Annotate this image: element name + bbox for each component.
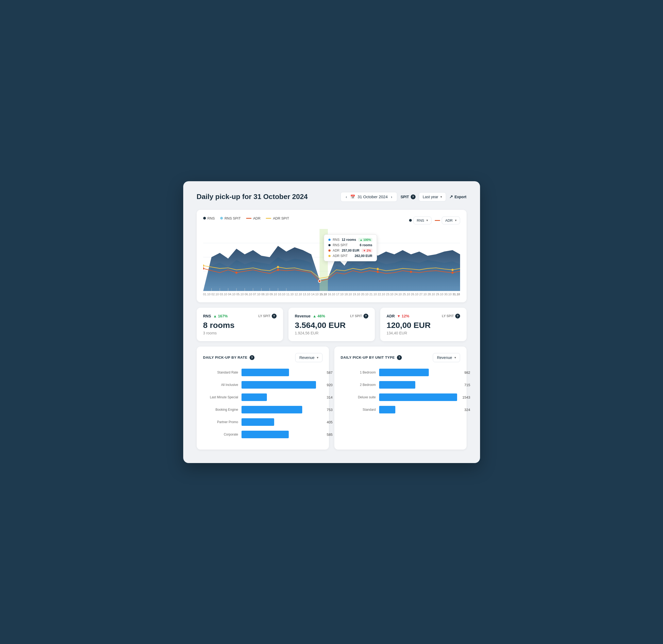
x-label: 31.10 [452, 293, 460, 296]
kpi-spit-0: LY SPIT ? [258, 314, 276, 319]
x-label: 10.10 [278, 293, 286, 296]
adr-active-dot [318, 280, 321, 282]
x-label: 22.10 [378, 293, 385, 296]
bar-value: 982 [464, 370, 470, 374]
x-label: 18.10 [344, 293, 352, 296]
kpi-help-icon-2[interactable]: ? [455, 314, 460, 319]
x-label: 11.10 [286, 293, 294, 296]
legend-adr-line [246, 218, 251, 219]
app-container: Daily pick-up for 31 October 2024 ‹ 📅 31… [183, 181, 480, 463]
bar-row: Deluxe suite 1543 [341, 393, 460, 401]
legend-rns-spit: RNS SPIT [220, 216, 241, 220]
bar-track: 405 [242, 418, 323, 426]
chart-controls: RNS ▾ ADR ▾ [409, 216, 460, 224]
kpi-main-value-1: 3.564,00 EUR [295, 321, 368, 330]
x-label: 26.10 [411, 293, 419, 296]
bar-row: All Inclusive 920 [203, 381, 323, 389]
bar-label: Deluxe suite [341, 395, 376, 399]
bar-row: 1 Bedroom 982 [341, 369, 460, 376]
bar-fill [242, 418, 274, 426]
x-label: 28.10 [427, 293, 435, 296]
rns-ctrl-dot [409, 219, 412, 222]
adr-dot [277, 269, 279, 271]
bar-track: 324 [379, 406, 460, 413]
prev-date-button[interactable]: ‹ [345, 195, 348, 199]
rns-chart-dropdown[interactable]: RNS ▾ [413, 216, 432, 224]
bar-fill [379, 393, 457, 401]
x-label: 30.10 [444, 293, 452, 296]
bar-track: 753 [242, 406, 323, 413]
bar-label: Booking Engine [203, 408, 238, 412]
by-rate-bars: Standard Rate 587 All Inclusive 920 Last… [203, 369, 323, 438]
calendar-icon: 📅 [350, 194, 355, 199]
bar-value: 920 [327, 383, 333, 387]
spit-label: SPIT [400, 195, 409, 199]
kpi-help-icon-1[interactable]: ? [363, 314, 368, 319]
next-date-button[interactable]: › [390, 195, 393, 199]
kpi-spit-1: LY SPIT ? [350, 314, 368, 319]
kpi-spit-label-2: LY SPIT [442, 314, 454, 318]
kpi-help-icon-0[interactable]: ? [272, 314, 277, 319]
date-nav[interactable]: ‹ 📅 31 October 2024 › [340, 192, 397, 202]
x-label: 02.10 [211, 293, 219, 296]
kpi-spit-2: LY SPIT ? [442, 314, 460, 319]
x-label: 05.10 [236, 293, 244, 296]
bar-chart-by-rate-title: DAILY PICK-UP BY RATE ? [203, 355, 255, 360]
kpi-label-row-2: ADR ▼ 12% [387, 314, 410, 318]
x-label: 14.10 [311, 293, 319, 296]
by-unit-help-icon[interactable]: ? [397, 355, 402, 360]
x-label: 25.10 [403, 293, 410, 296]
chart-wrapper: RNS 12 rooms ▲ 100% RNS SPIT 6 rooms ADR… [203, 229, 460, 291]
adr-dot [235, 271, 237, 273]
by-unit-dropdown-arrow-icon: ▾ [455, 356, 456, 360]
bar-row: Booking Engine 753 [203, 406, 323, 413]
spit-help-icon[interactable]: ? [411, 194, 416, 199]
kpi-header-2: ADR ▼ 12% LY SPIT ? [387, 314, 460, 319]
chart-card: RNS RNS SPIT ADR ADR SPIT [197, 210, 467, 302]
kpi-label-2: ADR [387, 314, 395, 318]
adr-dot [410, 271, 412, 273]
x-label: 20.10 [361, 293, 369, 296]
adr-chart-dropdown[interactable]: ADR ▾ [442, 216, 460, 224]
export-button[interactable]: ↗ Export [449, 194, 466, 199]
kpi-card-2: ADR ▼ 12% LY SPIT ? 120,00 EUR 134,40 EU… [380, 308, 467, 341]
adr-ctrl-line [435, 220, 440, 221]
legend-adr-spit-label: ADR SPIT [273, 216, 289, 220]
rns-dropdown-label: RNS [417, 218, 424, 223]
x-label: 16.10 [328, 293, 335, 296]
last-year-dropdown[interactable]: Last year ▾ [419, 192, 446, 202]
adr-spit-dot [277, 266, 279, 268]
chart-svg [203, 229, 460, 291]
bar-track: 1543 [379, 393, 460, 401]
x-label: 15.10 [319, 293, 327, 296]
kpi-card-1: Revenue ▲ 46% LY SPIT ? 3.564,00 EUR 1.9… [288, 308, 375, 341]
bar-row: Last Minute Special 314 [203, 393, 323, 401]
kpi-spit-label-1: LY SPIT [350, 314, 362, 318]
by-rate-dropdown-arrow-icon: ▾ [317, 356, 318, 360]
x-label: 08.10 [261, 293, 269, 296]
bar-value: 1543 [463, 395, 470, 399]
page-title: Daily pick-up for 31 October 2024 [197, 192, 308, 201]
export-label: Export [455, 195, 466, 199]
by-rate-dropdown[interactable]: Revenue ▾ [295, 353, 322, 362]
bar-track: 982 [379, 369, 460, 376]
bar-value: 405 [327, 420, 333, 424]
bar-value: 753 [327, 408, 333, 412]
page-header: Daily pick-up for 31 October 2024 ‹ 📅 31… [197, 192, 467, 202]
bar-value: 587 [327, 370, 333, 374]
legend-rns-spit-dot [220, 217, 223, 220]
current-date: 31 October 2024 [357, 194, 388, 199]
bar-label: 2 Bedroom [341, 383, 376, 387]
kpi-main-value-0: 8 rooms [203, 321, 277, 330]
bar-chart-by-rate: DAILY PICK-UP BY RATE ? Revenue ▾ Standa… [197, 347, 329, 450]
by-rate-help-icon[interactable]: ? [250, 355, 255, 360]
bar-label: Corporate [203, 433, 238, 436]
header-controls: ‹ 📅 31 October 2024 › SPIT ? Last year ▾… [340, 192, 466, 202]
kpi-sub-value-1: 1.924,56 EUR [295, 331, 368, 335]
bar-chart-by-unit: DAILY PICK-UP BY UNIT TYPE ? Revenue ▾ 1… [334, 347, 467, 450]
spit-badge: SPIT ? [400, 194, 415, 199]
rns-dropdown-arrow-icon: ▾ [426, 218, 428, 222]
x-label: 06.10 [245, 293, 252, 296]
by-unit-dropdown[interactable]: Revenue ▾ [433, 353, 460, 362]
dropdown-arrow-icon: ▾ [440, 195, 442, 199]
